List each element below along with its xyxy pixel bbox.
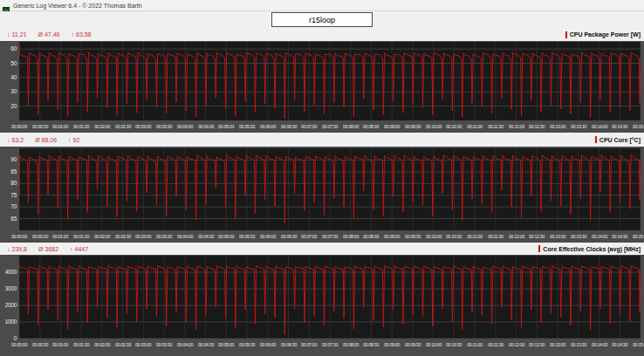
x-tick-label: 00:14:30 (612, 124, 627, 128)
x-tick-label: 00:13:30 (571, 342, 586, 346)
x-tick-label: 00:05:30 (239, 124, 255, 128)
plot-area-cpu-core-temp[interactable] (19, 148, 641, 230)
x-tick-label: 00:14:30 (612, 234, 627, 238)
window-titlebar: Generic Log Viewer 6.4 - © 2022 Thomas B… (0, 0, 644, 11)
x-tick-label: 00:11:00 (467, 124, 483, 128)
x-tick-label: 00:13:00 (550, 124, 565, 128)
x-tick-label: 00:11:30 (488, 124, 504, 128)
x-tick-label: 00:07:00 (301, 342, 317, 346)
chart-stats: ↓239,8 Ø3682 ↑4447 (7, 246, 88, 252)
x-tick-label: 00:12:30 (529, 234, 545, 238)
x-tick-label: 00:08:00 (343, 124, 359, 128)
x-tick-label: 00:02:30 (115, 234, 131, 238)
x-tick-label: 00:08:00 (343, 342, 359, 346)
x-tick-label: 00:00:00 (11, 234, 27, 238)
x-tick-label: 00:08:30 (363, 124, 379, 128)
x-tick-label: 00:09:30 (405, 342, 421, 346)
max-arrow-icon: ↑ (71, 31, 74, 38)
x-tick-label: 00:06:00 (260, 124, 276, 128)
y-tick-label: 85 (0, 168, 17, 175)
x-tick-label: 00:04:30 (198, 234, 214, 238)
x-tick-label: 00:09:00 (384, 234, 400, 238)
x-tick-label: 00:15:00 (633, 342, 644, 346)
chart-stats: ↓11,21 Ø47,46 ↑63,58 (7, 31, 92, 38)
chart-cpu-package-power: 2030405060 00:00:0000:00:3000:01:0000:01… (0, 41, 644, 133)
max-arrow-icon: ↑ (68, 137, 72, 143)
x-tick-label: 00:07:30 (322, 342, 338, 346)
min-arrow-icon: ↓ (7, 246, 10, 252)
x-tick-label: 00:09:00 (384, 342, 400, 346)
series-legend: CPU Package Power [W] (565, 31, 641, 38)
y-tick-label: 70 (0, 203, 17, 210)
x-tick-label: 00:14:00 (592, 342, 607, 346)
x-tick-label: 00:01:00 (52, 342, 68, 346)
x-tick-label: 00:01:00 (52, 124, 68, 128)
y-tick-label: 3000 (0, 285, 17, 292)
y-tick-label: 4000 (0, 269, 17, 276)
stat-max: ↑92 (68, 137, 79, 143)
series-legend: CPU Core [°C] (595, 136, 641, 143)
x-tick-label: 00:05:00 (218, 234, 234, 238)
x-tick-label: 00:03:30 (156, 124, 172, 128)
x-tick-label: 00:01:30 (73, 342, 89, 346)
x-tick-label: 00:11:00 (467, 234, 483, 238)
min-arrow-icon: ↓ (7, 31, 10, 38)
x-tick-label: 00:07:00 (301, 234, 317, 238)
x-tick-label: 00:00:00 (11, 124, 27, 128)
x-tick-label: 00:03:30 (156, 234, 172, 238)
x-tick-label: 00:02:00 (94, 124, 110, 128)
x-tick-label: 00:02:30 (115, 124, 131, 128)
x-tick-label: 00:04:00 (177, 342, 193, 346)
x-tick-label: 00:08:30 (363, 342, 379, 346)
x-tick-label: 00:14:00 (592, 124, 607, 128)
x-tick-label: 00:05:00 (218, 124, 234, 128)
x-tick-label: 00:11:00 (467, 342, 483, 346)
x-tick-label: 00:05:30 (239, 234, 255, 238)
x-tick-label: 00:09:30 (405, 124, 421, 128)
plot-area-core-clocks[interactable] (19, 256, 641, 339)
x-tick-label: 00:15:00 (633, 234, 644, 238)
x-tick-label: 00:02:30 (115, 342, 131, 346)
x-tick-label: 00:10:30 (446, 234, 462, 238)
avg-icon: Ø (35, 137, 39, 143)
x-tick-label: 00:13:00 (550, 234, 565, 238)
chart-header-cpu-package-power: ↓11,21 Ø47,46 ↑63,58 CPU Package Power [… (0, 28, 644, 41)
y-tick-label: 80 (0, 180, 17, 187)
avg-icon: Ø (38, 31, 43, 38)
x-axis-ticks: 00:00:0000:00:3000:01:0000:01:3000:02:00… (0, 339, 644, 352)
x-tick-label: 00:07:30 (322, 234, 338, 238)
y-tick-label: 60 (0, 45, 17, 52)
chart-core-clocks: 01000200030004000 00:00:0000:00:3000:01:… (0, 255, 644, 356)
x-tick-label: 00:00:30 (32, 124, 48, 128)
series-name: CPU Package Power [W] (570, 31, 641, 38)
x-tick-label: 00:06:00 (260, 342, 276, 346)
y-tick-label: 1000 (0, 318, 17, 325)
x-tick-label: 00:10:30 (446, 124, 462, 128)
x-tick-label: 00:03:30 (156, 342, 172, 346)
x-tick-label: 00:02:00 (94, 342, 110, 346)
x-tick-label: 00:12:00 (509, 234, 524, 238)
x-axis-ticks: 00:00:0000:00:3000:01:0000:01:3000:02:00… (0, 121, 644, 134)
x-tick-label: 00:06:30 (281, 234, 297, 238)
x-tick-label: 00:05:30 (239, 342, 255, 346)
x-tick-label: 00:12:00 (509, 124, 524, 128)
series-color-bar (538, 245, 540, 252)
plot-area-cpu-package-power[interactable] (19, 42, 641, 120)
log-title-strip: r15loop (0, 11, 644, 28)
series-color-bar (565, 31, 567, 38)
x-tick-label: 00:09:30 (405, 234, 421, 238)
x-tick-label: 00:11:30 (488, 342, 504, 346)
x-tick-label: 00:07:00 (301, 124, 317, 128)
series-color-bar (595, 136, 597, 143)
min-arrow-icon: ↓ (7, 137, 10, 143)
x-tick-label: 00:13:30 (571, 124, 586, 128)
avg-icon: Ø (38, 246, 43, 252)
x-tick-label: 00:03:00 (135, 124, 151, 128)
x-tick-label: 00:08:30 (363, 234, 379, 238)
stat-max: ↑4447 (70, 246, 88, 252)
max-arrow-icon: ↑ (70, 246, 73, 252)
x-tick-label: 00:11:30 (488, 234, 504, 238)
x-tick-label: 00:00:30 (32, 234, 48, 238)
x-tick-label: 00:15:00 (633, 124, 644, 128)
stat-min: ↓11,21 (7, 31, 27, 38)
